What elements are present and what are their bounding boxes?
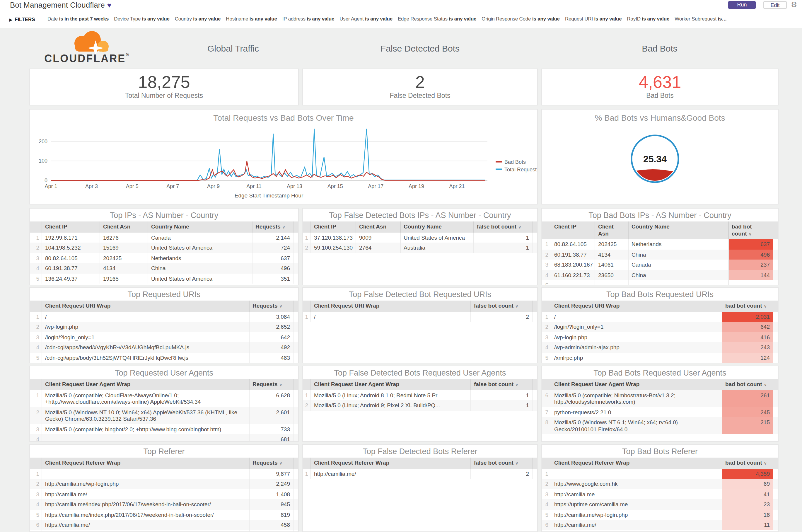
table-row[interactable]: 2Mozilla/5.0 (Windows NT 10.0; Win64; x6… (30, 407, 298, 424)
column-header[interactable]: Country Name (401, 222, 474, 232)
table-row[interactable]: 1192.99.8.17116276Canada2,144 (30, 232, 298, 243)
cell: 243 (722, 342, 773, 353)
filter-item[interactable]: Country is any value (175, 16, 221, 22)
table-row[interactable]: 460.191.38.774134China496 (30, 263, 298, 273)
column-header[interactable]: Client Request Referer Wrap (311, 458, 471, 469)
table-row[interactable]: 1Mozilla/5.0 (Linux; Android 8.1.0; Redm… (303, 390, 537, 400)
table-row[interactable]: 1/2,031 (542, 311, 778, 322)
table-row[interactable]: 2Mozilla/5.0 (Linux; Android 9; Pixel 2 … (303, 400, 537, 411)
cell: United States of America (401, 232, 474, 243)
column-header[interactable]: Client Request URI Wrap (42, 301, 250, 311)
column-header[interactable]: Client Asn (356, 222, 401, 232)
table-row[interactable]: 6https://camilia.me/458 (30, 520, 298, 530)
table-row[interactable]: 2104.198.5.23215169United States of Amer… (30, 243, 298, 253)
column-header[interactable]: Requests∨ (250, 379, 293, 390)
cell: 15169 (100, 243, 148, 253)
table-row[interactable]: 259.100.254.1302764Australia1 (303, 243, 537, 253)
cell: Mozilla/5.0 (Windows NT 10.0; Win64; x64… (42, 407, 250, 424)
column-header[interactable]: false bot count∨ (474, 222, 533, 232)
column-header[interactable]: Client IP (42, 222, 100, 232)
table-row[interactable]: 1/3,084 (30, 311, 298, 322)
sort-desc-icon: ∨ (280, 304, 282, 308)
column-header[interactable]: Client IP (311, 222, 356, 232)
column-header[interactable]: Client Request URI Wrap (551, 301, 722, 311)
table-row[interactable]: 8Mozilla/5.0 (Windows NT 6.1; Win64; x64… (542, 417, 778, 434)
column-header[interactable]: Client Request URI Wrap (311, 301, 471, 311)
filter-item[interactable]: Hostname is any value (226, 16, 277, 22)
edit-button[interactable]: Edit (763, 1, 787, 9)
table-row[interactable]: 4/cdn-cgi/apps/head/xVgyKhR-vV3dAUGhMqfB… (30, 342, 298, 353)
settings-gear-icon[interactable]: ⚙ (791, 1, 797, 9)
filter-item[interactable]: User Agent is any value (340, 16, 393, 22)
table-row[interactable]: 2/wp-login.php2,652 (30, 322, 298, 332)
filter-item[interactable]: Origin Response Code is any value (481, 16, 560, 22)
cell: 80.82.64.105 (42, 253, 100, 263)
table-row[interactable]: 5/cdn-cgi/apps/body/3Lh52SjWTQ4HRlErJykH… (30, 353, 298, 363)
table-row[interactable]: 3http://camilia.me/1,408 (30, 489, 298, 499)
table-row[interactable]: 5136.24.49.3719165United States of Ameri… (30, 273, 298, 284)
table-row[interactable]: 1/2 (303, 311, 537, 322)
filter-item[interactable]: Worker Subrequest is… (674, 16, 727, 22)
table-row[interactable]: 2/login/?login_only=1642 (542, 322, 778, 332)
table-row[interactable]: 1Mozilla/5.0 (compatible; CloudFlare-Alw… (30, 390, 298, 407)
row-number: 2 (30, 322, 42, 332)
table-row[interactable]: 180.82.64.105202425Netherlands637 (542, 239, 778, 249)
table-row[interactable]: 6Mozilla/5.0 (compatible; Nimbostratus-B… (542, 390, 778, 407)
filter-item[interactable]: IP address is any value (282, 16, 335, 22)
column-header[interactable]: Country Name (148, 222, 252, 232)
table-row[interactable]: 3/login/?login_only=1642 (30, 332, 298, 342)
table-row[interactable]: 5 (542, 280, 778, 285)
column-header[interactable]: Client IP (551, 222, 595, 239)
table-row[interactable]: 4https://uptime.com/camilia.me23 (542, 499, 778, 510)
column-header[interactable]: false bot count∨ (471, 301, 533, 311)
column-header[interactable]: bad bot count∨ (722, 301, 773, 311)
table-row[interactable]: 7http://camilia.me/index.php/2017/05/14/… (30, 530, 298, 532)
table-row[interactable]: 2http://camilia.me/wp-login.php2,249 (30, 479, 298, 489)
filter-item[interactable]: Edge Response Status is any value (398, 16, 476, 22)
filter-item[interactable]: Request URI is any value (565, 16, 622, 22)
column-header[interactable]: false bot count∨ (471, 379, 533, 390)
column-header[interactable]: bad bot count∨ (729, 222, 773, 239)
column-header[interactable]: false bot count∨ (471, 458, 533, 469)
table-row[interactable]: 137.120.138.1739009United States of Amer… (303, 232, 537, 243)
table-row[interactable]: 380.82.64.105202425Netherlands637 (30, 253, 298, 263)
cell: http://camilia.me/wp-login.php (42, 479, 250, 489)
table-row[interactable]: 6http://camilia.me/11 (542, 520, 778, 530)
column-header[interactable]: Client Asn (595, 222, 629, 239)
table-row[interactable]: 19,877 (30, 469, 298, 479)
table-row[interactable]: 5http://camilia.me/wp-login.php18 (542, 510, 778, 520)
column-header[interactable]: bad bot count∨ (722, 458, 773, 469)
table-row[interactable]: 5https://camilia.me/index.php/2017/06/17… (30, 510, 298, 520)
column-header[interactable]: Country Name (629, 222, 729, 239)
table-row[interactable]: 3/wp-login.php416 (542, 332, 778, 342)
table-row[interactable]: 7python-requests/2.21.0245 (542, 407, 778, 417)
column-header[interactable]: Requests∨ (252, 222, 293, 232)
table-row[interactable]: 4http://camilia.me/index.php/2017/06/17/… (30, 499, 298, 510)
table-row[interactable]: 260.191.38.774134China496 (542, 249, 778, 260)
table-row[interactable]: 3http://camilia.me41 (542, 489, 778, 499)
column-header[interactable]: Requests∨ (250, 301, 293, 311)
table-row[interactable]: 3Mozilla/5.0 (compatible; bingbot/2.0; +… (30, 424, 298, 434)
run-button[interactable]: Run (728, 1, 756, 9)
filters-toggle[interactable]: ▶FILTERS (9, 16, 35, 22)
table-row[interactable]: 1http://camilia.me/2 (303, 469, 537, 479)
table-row[interactable]: 4681 (30, 434, 298, 442)
table-row[interactable]: 4/wp-admin/admin-ajax.php243 (542, 342, 778, 353)
column-header[interactable]: Client Request User Agent Wrap (551, 379, 722, 390)
table-row[interactable]: 2http://www.google.com.hk69 (542, 479, 778, 489)
column-header[interactable]: Client Asn (100, 222, 148, 232)
filter-item[interactable]: Device Type is any value (114, 16, 170, 22)
table-row[interactable]: 14,359 (542, 469, 778, 479)
column-header[interactable]: Client Request User Agent Wrap (311, 379, 471, 390)
table-row[interactable]: 461.160.221.7323650China144 (542, 270, 778, 280)
table-row[interactable]: 5/xmlrpc.php124 (542, 353, 778, 363)
filter-item[interactable]: RayID is any value (627, 16, 670, 22)
column-header[interactable]: Client Request User Agent Wrap (42, 379, 250, 390)
column-header[interactable]: Client Request Referer Wrap (551, 458, 722, 469)
column-header[interactable]: Requests∨ (250, 458, 293, 469)
table-row[interactable]: 368.183.200.16714061Canada237 (542, 260, 778, 270)
row-number: 4 (542, 270, 551, 280)
filter-item[interactable]: Date is in the past 7 weeks (47, 16, 109, 22)
column-header[interactable]: bad bot count∨ (722, 379, 773, 390)
column-header[interactable]: Client Request Referer Wrap (42, 458, 250, 469)
